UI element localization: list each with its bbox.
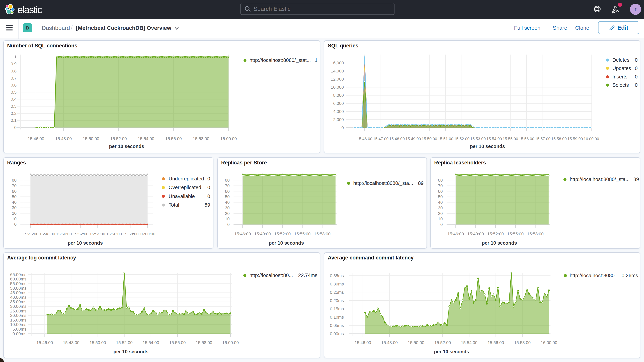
svg-text:6,000: 6,000: [333, 101, 344, 106]
svg-text:15:54:00: 15:54:00: [461, 340, 478, 345]
svg-text:10,000: 10,000: [331, 85, 344, 90]
svg-text:0.4: 0.4: [10, 97, 16, 102]
svg-text:45.00ms: 45.00ms: [10, 290, 26, 295]
svg-text:0.5: 0.5: [10, 90, 16, 95]
svg-text:89: 89: [418, 180, 424, 186]
svg-text:15:55:00: 15:55:00: [507, 232, 524, 236]
svg-text:30: 30: [225, 206, 230, 210]
svg-text:15:56:00: 15:56:00: [488, 340, 504, 345]
svg-text:15:52:00: 15:52:00: [110, 136, 127, 141]
svg-text:http://localhost:8080/_sta...: http://localhost:8080/_sta...: [353, 180, 413, 186]
svg-text:0: 0: [440, 222, 443, 227]
svg-text:per 10 seconds: per 10 seconds: [113, 349, 148, 354]
svg-text:20: 20: [225, 211, 230, 216]
svg-text:50: 50: [225, 194, 230, 199]
svg-text:30: 30: [438, 206, 443, 210]
svg-text:10: 10: [225, 216, 230, 221]
svg-text:16:00:00: 16:00:00: [222, 340, 239, 345]
svg-text:15:49:00: 15:49:00: [254, 232, 271, 236]
svg-text:15:52:00: 15:52:00: [274, 232, 291, 236]
svg-text:0.05ms: 0.05ms: [330, 323, 344, 328]
svg-text:per 10 seconds: per 10 seconds: [269, 240, 304, 246]
svg-text:40: 40: [438, 200, 443, 205]
svg-text:40: 40: [225, 200, 230, 205]
svg-text:0.6: 0.6: [10, 83, 16, 88]
svg-text:15:48:00: 15:48:00: [63, 340, 80, 345]
svg-text:60: 60: [12, 189, 16, 194]
svg-text:0: 0: [14, 125, 16, 130]
svg-text:70: 70: [438, 183, 443, 188]
svg-text:80: 80: [12, 178, 16, 182]
svg-text:15:52:00: 15:52:00: [73, 232, 88, 236]
svg-text:0: 0: [342, 125, 344, 130]
svg-text:0.15ms: 0.15ms: [330, 306, 344, 311]
svg-text:per 10 seconds: per 10 seconds: [109, 144, 144, 149]
svg-text:16:00:00: 16:00:00: [140, 232, 155, 236]
svg-text:15:48:00: 15:48:00: [381, 340, 398, 345]
svg-text:15:54:00: 15:54:00: [138, 136, 154, 141]
svg-text:0: 0: [208, 184, 210, 190]
svg-text:0: 0: [635, 65, 638, 71]
svg-text:25.00ms: 25.00ms: [10, 308, 26, 314]
svg-text:15:50:00: 15:50:00: [422, 136, 437, 141]
svg-text:15:48:00: 15:48:00: [55, 136, 72, 141]
svg-text:10.00ms: 10.00ms: [10, 322, 26, 327]
svg-text:15:52:00: 15:52:00: [487, 232, 504, 236]
svg-text:60: 60: [225, 189, 230, 194]
svg-text:15:52:00: 15:52:00: [116, 340, 133, 345]
svg-text:http://localhost:8080/_stat...: http://localhost:8080/_stat...: [250, 57, 311, 63]
svg-text:0: 0: [208, 176, 210, 182]
svg-text:http://localhost:8080/_sta...: http://localhost:8080/_sta...: [570, 176, 630, 182]
svg-text:per 10 seconds: per 10 seconds: [470, 144, 505, 149]
svg-text:30: 30: [12, 205, 16, 210]
svg-text:15:53:00: 15:53:00: [470, 136, 486, 141]
svg-text:15:50:00: 15:50:00: [408, 340, 424, 345]
svg-text:15:47:00: 15:47:00: [373, 136, 388, 141]
svg-text:1: 1: [315, 57, 318, 63]
svg-text:0: 0: [635, 57, 638, 63]
svg-text:15:48:00: 15:48:00: [40, 232, 55, 236]
svg-text:80: 80: [438, 178, 443, 182]
svg-text:35.00ms: 35.00ms: [10, 299, 26, 304]
svg-text:15:49:00: 15:49:00: [468, 232, 484, 236]
svg-text:15:54:00: 15:54:00: [486, 136, 502, 141]
svg-text:15:50:00: 15:50:00: [90, 340, 106, 345]
svg-text:Selects: Selects: [612, 82, 629, 88]
svg-text:0: 0: [208, 193, 210, 199]
svg-text:Underreplicated: Underreplicated: [168, 176, 204, 182]
svg-text:15:58:00: 15:58:00: [527, 232, 544, 236]
svg-text:15:57:00: 15:57:00: [535, 136, 550, 141]
svg-text:Updates: Updates: [612, 65, 631, 71]
svg-text:60.00ms: 60.00ms: [10, 276, 26, 282]
svg-text:15:46:00: 15:46:00: [28, 136, 44, 141]
svg-text:15:52:00: 15:52:00: [454, 136, 470, 141]
svg-text:5.00ms: 5.00ms: [12, 327, 26, 332]
svg-text:15:46:00: 15:46:00: [234, 232, 251, 236]
svg-text:30.00ms: 30.00ms: [10, 304, 26, 309]
svg-text:22.74ms: 22.74ms: [298, 272, 317, 278]
svg-text:Total: Total: [168, 202, 179, 208]
svg-text:16:00:00: 16:00:00: [541, 340, 557, 345]
svg-text:55.00ms: 55.00ms: [10, 281, 26, 286]
svg-text:16,000: 16,000: [331, 60, 344, 65]
svg-text:15:58:00: 15:58:00: [123, 232, 139, 236]
svg-text:15.00ms: 15.00ms: [10, 318, 26, 322]
svg-text:2,000: 2,000: [333, 117, 344, 122]
svg-text:0.9: 0.9: [10, 62, 16, 66]
svg-text:Overreplicated: Overreplicated: [168, 184, 201, 190]
svg-text:0: 0: [635, 74, 638, 80]
svg-text:70: 70: [12, 183, 16, 188]
svg-text:15:51:00: 15:51:00: [438, 136, 453, 141]
svg-text:15:58:00: 15:58:00: [551, 136, 567, 141]
svg-text:50: 50: [438, 194, 443, 199]
svg-text:0.10ms: 0.10ms: [330, 315, 344, 320]
svg-text:60: 60: [438, 189, 443, 194]
svg-text:70: 70: [225, 183, 230, 188]
svg-text:15:56:00: 15:56:00: [519, 136, 534, 141]
svg-text:0.00ms: 0.00ms: [330, 331, 344, 336]
svg-text:0.2: 0.2: [10, 111, 16, 116]
svg-text:Inserts: Inserts: [612, 74, 628, 80]
svg-text:20.00ms: 20.00ms: [10, 313, 26, 318]
svg-text:0.30ms: 0.30ms: [330, 282, 344, 286]
svg-text:16:00:00: 16:00:00: [584, 136, 599, 141]
